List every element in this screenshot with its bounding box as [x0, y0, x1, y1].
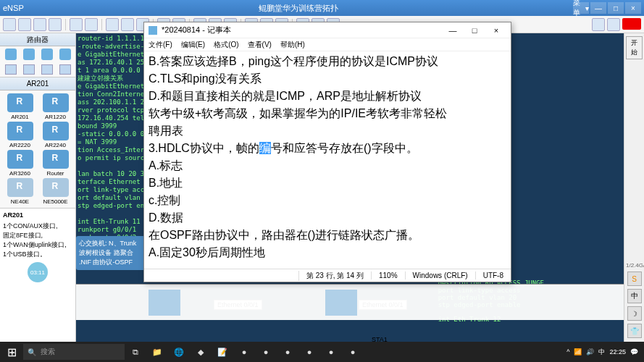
device-ne5000e[interactable]: NE5000E	[38, 178, 72, 205]
rate-label: 1/2.4G/600Mbps	[626, 262, 643, 269]
tray-volume-icon[interactable]: 🔊	[586, 348, 594, 355]
np-line: c.控制	[149, 192, 506, 209]
windows-taskbar: ⊞ 🔍 搜索 ⧉ 📁 🌐 ◆ 📝 ● ● ● ● ● ● ^ 📶 🔊 中 22:…	[0, 342, 644, 362]
notepad-icon	[149, 26, 157, 35]
notepad-title: *20240814 - 记事本	[162, 25, 443, 35]
menu-file[interactable]: 文件(F)	[149, 40, 172, 50]
np-line: A.标志	[149, 157, 506, 174]
device-ar2240[interactable]: AR2240	[38, 122, 72, 148]
right-toolbar: 开始 1/2.4G/600Mbps S 中 ☽ 👕	[624, 33, 644, 349]
notepad-statusbar: 第 23 行, 第 14 列 110% Windows (CRLF) UTF-8	[144, 269, 511, 282]
toolbar-zoomin-icon[interactable]	[106, 18, 119, 31]
notepad-minimize[interactable]: —	[443, 24, 463, 37]
minimize-button[interactable]: —	[590, 2, 606, 14]
toolbar-cloud-icon[interactable]	[592, 18, 605, 31]
sidebar-header: 路由器	[0, 33, 75, 46]
pc-device-2[interactable]	[325, 290, 357, 316]
status-position: 第 23 行, 第 14 列	[298, 271, 371, 281]
np-line: 聘用表	[149, 122, 506, 140]
tool-cn-icon[interactable]: 中	[627, 289, 642, 303]
toolbar-zoomout-icon[interactable]	[121, 18, 134, 31]
system-tray[interactable]: ^ 📶 🔊 中 22:25 💬	[566, 348, 644, 357]
notepad-titlebar[interactable]: *20240814 - 记事本 — □ ×	[144, 22, 511, 38]
notepad-content[interactable]: B.答案应该选择B，ping这个程序使用的协议是ICMP协议 C.TLS和pin…	[144, 51, 511, 269]
maximize-button[interactable]: □	[608, 2, 624, 14]
device-ar1220[interactable]: AR1220	[38, 93, 72, 120]
toolbar-save-icon[interactable]	[33, 18, 46, 31]
device-ne40e[interactable]: NE40E	[3, 178, 37, 205]
start-all-button[interactable]: 开始	[626, 36, 643, 59]
tray-network-icon[interactable]: 📶	[574, 348, 582, 355]
selection: 编	[259, 142, 271, 154]
tray-time[interactable]: 22:25	[609, 348, 626, 355]
device-note-box[interactable]: 心交换机: N、Trunk 波树根设备 路聚合 .NIF 由协议-OSPF	[76, 236, 146, 270]
notepad-maximize[interactable]: □	[464, 24, 485, 37]
menu-button[interactable]: 菜单▾	[573, 2, 589, 14]
category-other-icon[interactable]	[59, 64, 71, 75]
canvas-bottom-panel	[76, 284, 624, 320]
toolbar-print-icon[interactable]	[49, 18, 62, 31]
tray-ime-icon[interactable]: 中	[598, 348, 605, 357]
taskbar-search[interactable]: 🔍 搜索	[23, 344, 125, 360]
menu-edit[interactable]: 编辑(E)	[181, 40, 205, 50]
np-line: 软考中级+软考高级，如果掌握华为的IP/IE考软考非常轻松	[149, 105, 506, 122]
toolbar-help-icon[interactable]	[607, 18, 620, 31]
task-edge-icon[interactable]: 🌐	[168, 342, 190, 362]
task-app1-icon[interactable]: ●	[233, 342, 255, 362]
device-description: AR201 1个CON/AUX接口, 固定8FE接口, 1个WAN侧uplink…	[0, 208, 75, 349]
task-explorer-icon[interactable]: 📁	[146, 342, 168, 362]
np-line: C.TLS和ping没有关系	[149, 70, 506, 88]
np-line: D.数据	[149, 209, 506, 227]
category-wlan-icon[interactable]	[41, 49, 53, 60]
notepad-close[interactable]: ×	[486, 24, 506, 37]
toolbar-new-icon[interactable]	[3, 18, 16, 31]
np-line: D.和题目直接相关的就是ICMP，ARP是地址解析协议	[149, 88, 506, 105]
category-cloud-icon[interactable]	[23, 64, 35, 75]
pc-device-1[interactable]	[149, 290, 180, 316]
task-ensp-icon[interactable]: ◆	[190, 342, 212, 362]
device-sidebar: 路由器 AR201 AR201 AR1220 AR2220 AR2240 AR3…	[0, 33, 76, 349]
menu-view[interactable]: 查看(V)	[248, 40, 272, 50]
tool-moon-icon[interactable]: ☽	[627, 306, 642, 321]
task-app4-icon[interactable]: ●	[298, 342, 320, 362]
notepad-window: *20240814 - 记事本 — □ × 文件(F) 编辑(E) 格式(O) …	[143, 22, 511, 282]
huawei-logo	[622, 18, 641, 30]
tray-up-icon[interactable]: ^	[566, 348, 569, 355]
device-router[interactable]: Router	[38, 150, 72, 177]
category-router-icon[interactable]	[5, 49, 17, 60]
np-line: 在OSPF路由协议中，路由器在()进行链路状态广播。	[149, 227, 506, 244]
category-switch-icon[interactable]	[23, 49, 35, 60]
toolbar-open-icon[interactable]	[18, 18, 31, 31]
toolbar-redo-icon[interactable]	[85, 18, 98, 31]
start-button[interactable]: ⊞	[0, 342, 23, 362]
task-notepad-icon[interactable]: 📝	[212, 342, 233, 362]
ensp-logo: eNSP	[3, 4, 24, 12]
category-pc-icon[interactable]	[5, 64, 17, 75]
notepad-menubar: 文件(F) 编辑(E) 格式(O) 查看(V) 帮助(H)	[144, 38, 511, 51]
device-ar201[interactable]: AR201	[3, 93, 37, 120]
task-app5-icon[interactable]: ●	[320, 342, 342, 362]
sidebar-section: AR201	[0, 77, 75, 90]
np-line: B.答案应该选择B，ping这个程序使用的协议是ICMP协议	[149, 53, 506, 70]
menu-format[interactable]: 格式(O)	[214, 40, 238, 50]
close-button[interactable]: ×	[625, 2, 641, 14]
np-line: B.地址	[149, 174, 506, 192]
device-ar2220[interactable]: AR2220	[3, 122, 37, 148]
menu-help[interactable]: 帮助(H)	[280, 40, 305, 50]
category-firewall-icon[interactable]	[59, 49, 71, 60]
tool-shirt-icon[interactable]: 👕	[627, 324, 642, 338]
task-app2-icon[interactable]: ●	[255, 342, 277, 362]
category-link-icon[interactable]	[41, 64, 53, 75]
device-ar3260[interactable]: AR3260	[3, 150, 37, 177]
task-app3-icon[interactable]: ●	[277, 342, 298, 362]
task-view-icon[interactable]: ⧉	[125, 342, 146, 362]
tray-notifications-icon[interactable]: 💬	[630, 348, 638, 355]
task-app6-icon[interactable]: ●	[342, 342, 364, 362]
ensp-logo-text: eNSP	[3, 4, 24, 12]
desc-body: 1个CON/AUX接口, 固定8FE接口, 1个WAN侧uplink接口, 1个…	[3, 222, 72, 259]
tool-s-icon[interactable]: S	[627, 272, 642, 286]
clock-widget: 03:11	[28, 262, 48, 282]
toolbar-undo-icon[interactable]	[70, 18, 83, 31]
ensp-title: 鲲鹏堂华为训练营拓扑	[24, 3, 573, 14]
np-line-highlighted: 3.HDLC协议中，帧的编号和应答号存放在()字段中。	[149, 140, 506, 157]
